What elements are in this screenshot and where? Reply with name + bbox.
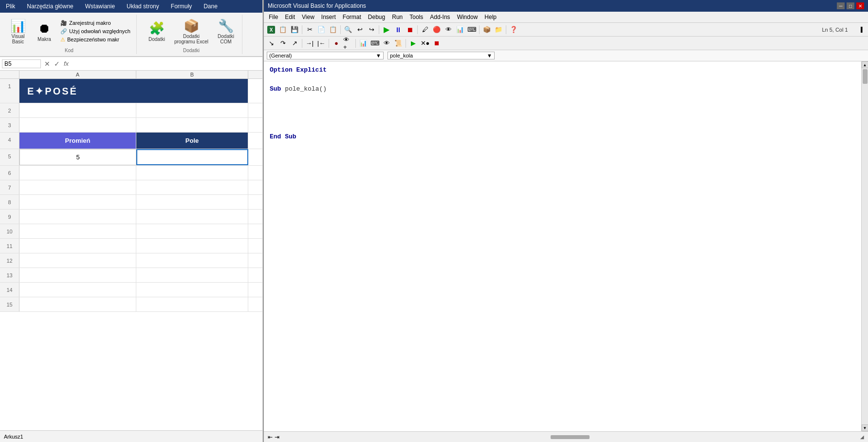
bottom-icon-left[interactable]: ⇤ <box>268 434 273 441</box>
vba-paste-btn[interactable]: 📋 <box>328 24 338 35</box>
vba-code-editor[interactable]: Option Explicit Sub pole_kola() End Sub <box>264 61 861 431</box>
vba-menu-help[interactable]: Help <box>481 13 499 21</box>
cell-a8[interactable] <box>19 195 136 209</box>
vba-menu-edit[interactable]: Edit <box>282 13 298 21</box>
maximize-button[interactable]: □ <box>847 2 854 9</box>
scrollbar-down-btn[interactable]: ▼ <box>862 424 868 431</box>
vba-menu-addins[interactable]: Add-Ins <box>427 13 453 21</box>
callstack-btn[interactable]: 📜 <box>393 38 404 49</box>
vba-find-btn[interactable]: 🔍 <box>343 24 353 35</box>
rejestruj-makro-button[interactable]: 🎥 Zarejestruj makro <box>58 19 132 27</box>
outdent-btn[interactable]: |← <box>316 38 327 49</box>
cell-b14[interactable] <box>136 283 248 297</box>
vba-copy-btn[interactable]: 📄 <box>316 24 327 35</box>
vba-watch-btn[interactable]: 👁 <box>443 24 454 35</box>
cell-a3[interactable] <box>19 118 136 132</box>
minimize-button[interactable]: ─ <box>837 2 845 9</box>
clear-all-breakpoints-btn[interactable]: ✕● <box>420 38 430 49</box>
menu-dane[interactable]: Dane <box>202 2 220 11</box>
cancel-formula-icon[interactable]: ✕ <box>43 60 52 68</box>
scrollbar-track[interactable] <box>862 68 868 424</box>
breakpoint-btn[interactable]: ● <box>331 38 342 49</box>
vba-redo-btn[interactable]: ↪ <box>366 24 377 35</box>
vba-menu-format[interactable]: Format <box>340 13 364 21</box>
vba-insert-module-btn[interactable]: 📋 <box>277 24 288 35</box>
vba-object-btn[interactable]: 📦 <box>481 24 492 35</box>
confirm-formula-icon[interactable]: ✓ <box>53 60 61 68</box>
dodatki-button[interactable]: 🧩 Dodatki <box>145 19 169 44</box>
formula-input[interactable] <box>72 60 260 67</box>
cell-b3[interactable] <box>136 118 248 132</box>
cell-a11[interactable] <box>19 239 136 253</box>
vba-menu-tools[interactable]: Tools <box>406 13 426 21</box>
indent-btn[interactable]: →| <box>304 38 315 49</box>
bottom-icon-right[interactable]: ⇥ <box>275 434 279 441</box>
cell-a12[interactable] <box>19 253 136 268</box>
watch-add-btn[interactable]: 👁+ <box>343 38 353 49</box>
vba-proj-btn[interactable]: 📁 <box>493 24 504 35</box>
promien-header[interactable]: Promień <box>19 133 136 149</box>
cell-b2[interactable] <box>136 103 248 117</box>
menu-formuly[interactable]: Formuły <box>169 2 194 11</box>
watch-win-btn[interactable]: 👁 <box>381 38 392 49</box>
procedure-dropdown[interactable]: pole_kola ▼ <box>388 52 495 59</box>
menu-narzedzia[interactable]: Narzędzia główne <box>25 2 75 11</box>
cell-reference-input[interactable] <box>2 59 41 68</box>
cell-a13[interactable] <box>19 268 136 282</box>
vba-menu-view[interactable]: View <box>299 13 317 21</box>
vba-break-btn[interactable]: 🔴 <box>431 24 442 35</box>
cell-b15[interactable] <box>136 297 248 311</box>
odwolania-button[interactable]: 🔗 Użyj odwołań względnych <box>58 28 132 35</box>
vba-stop-btn[interactable]: ⏹ <box>405 24 415 35</box>
highlight-btn[interactable]: ▶ <box>408 38 419 49</box>
vba-locals-btn[interactable]: 📊 <box>455 24 465 35</box>
pole-header[interactable]: Pole <box>136 133 248 149</box>
vba-icon-view-excel[interactable]: X <box>266 24 277 35</box>
vba-undo-btn[interactable]: ↩ <box>354 24 365 35</box>
vba-menu-window[interactable]: Window <box>454 13 481 21</box>
vba-menu-insert[interactable]: Insert <box>318 13 339 21</box>
cell-b5[interactable] <box>136 149 248 165</box>
toggle-breakpoint-btn[interactable]: ⏹ <box>431 38 442 49</box>
cell-a14[interactable] <box>19 283 136 297</box>
insert-function-icon[interactable]: fx <box>62 60 70 67</box>
vba-menu-debug[interactable]: Debug <box>365 13 388 21</box>
cell-a2[interactable] <box>19 103 136 117</box>
vba-menu-run[interactable]: Run <box>389 13 406 21</box>
vba-run-btn[interactable]: ▶ <box>381 24 392 35</box>
cell-a15[interactable] <box>19 297 136 311</box>
vba-design-btn[interactable]: 🖊 <box>420 24 430 35</box>
close-button[interactable]: ✕ <box>856 2 864 9</box>
dodatki-com-button[interactable]: 🔧 DodatkiCOM <box>214 16 238 47</box>
general-dropdown[interactable]: (General) ▼ <box>267 52 384 59</box>
menu-uklad[interactable]: Układ strony <box>125 2 161 11</box>
scrollbar-up-btn[interactable]: ▲ <box>862 61 868 68</box>
vba-menu-file[interactable]: File <box>266 13 281 21</box>
cell-b7[interactable] <box>136 180 248 194</box>
cell-a7[interactable] <box>19 180 136 194</box>
cell-b10[interactable] <box>136 224 248 238</box>
step-over-btn[interactable]: ↷ <box>277 38 288 49</box>
step-into-btn[interactable]: ↘ <box>266 38 277 49</box>
vba-scrollbar-right[interactable]: ▲ ▼ <box>861 61 868 431</box>
immediate-win-btn[interactable]: ⌨ <box>369 38 380 49</box>
cell-b6[interactable] <box>136 166 248 180</box>
cell-a10[interactable] <box>19 224 136 238</box>
scrollbar-thumb[interactable] <box>863 69 868 84</box>
h-scrollbar-thumb[interactable] <box>551 435 590 439</box>
cell-b8[interactable] <box>136 195 248 209</box>
bezpieczenstwo-button[interactable]: ⚠ Bezpieczeństwo makr <box>58 36 132 43</box>
logo-cell[interactable]: E✦POSÉ <box>19 79 248 103</box>
menu-wstawianie[interactable]: Wstawianie <box>83 2 117 11</box>
cell-a9[interactable] <box>19 210 136 224</box>
dodatki-excel-button[interactable]: 📦 Dodatkiprogramu Excel <box>171 16 212 47</box>
step-out-btn[interactable]: ↗ <box>289 38 300 49</box>
makra-button[interactable]: ⏺ Makra <box>32 19 56 44</box>
cell-b11[interactable] <box>136 239 248 253</box>
cell-a5[interactable]: 5 <box>19 149 136 165</box>
cell-a6[interactable] <box>19 166 136 180</box>
cell-b9[interactable] <box>136 210 248 224</box>
vba-save-btn[interactable]: 💾 <box>289 24 300 35</box>
cell-b12[interactable] <box>136 253 248 268</box>
locals-win-btn[interactable]: 📊 <box>358 38 369 49</box>
